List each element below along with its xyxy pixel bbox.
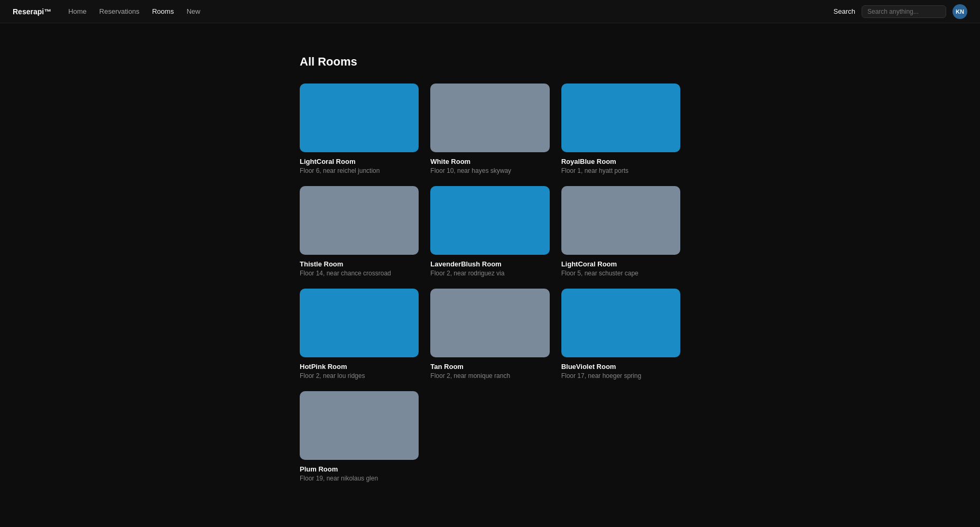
room-card[interactable]: HotPink RoomFloor 2, near lou ridges — [300, 289, 419, 380]
nav-link-new[interactable]: New — [187, 7, 200, 15]
brand-logo: Reserapi™ — [13, 7, 51, 16]
room-card-location: Floor 14, near chance crossroad — [300, 270, 419, 277]
nav-right: Search KN — [834, 4, 967, 19]
room-card-image — [300, 289, 419, 357]
room-card[interactable]: LavenderBlush RoomFloor 2, near rodrigue… — [430, 186, 549, 277]
room-card-image — [561, 84, 680, 152]
room-card-location: Floor 2, near lou ridges — [300, 372, 419, 380]
room-card-name: Tan Room — [430, 363, 549, 371]
room-card[interactable]: Thistle RoomFloor 14, near chance crossr… — [300, 186, 419, 277]
room-card-name: HotPink Room — [300, 363, 419, 371]
room-card[interactable]: LightCoral RoomFloor 6, near reichel jun… — [300, 84, 419, 174]
room-card[interactable]: Tan RoomFloor 2, near monique ranch — [430, 289, 549, 380]
room-card-image — [300, 84, 419, 152]
rooms-grid: LightCoral RoomFloor 6, near reichel jun… — [300, 84, 680, 482]
room-card-location: Floor 17, near hoeger spring — [561, 372, 680, 380]
room-card-image — [300, 391, 419, 460]
search-label: Search — [834, 7, 855, 15]
room-card[interactable]: RoyalBlue RoomFloor 1, near hyatt ports — [561, 84, 680, 174]
room-card-image — [300, 186, 419, 255]
room-card-image — [561, 289, 680, 357]
navbar: Reserapi™ Home Reservations Rooms New Se… — [0, 0, 980, 23]
room-card-name: RoyalBlue Room — [561, 158, 680, 165]
room-card-name: White Room — [430, 158, 549, 165]
room-card-image — [430, 289, 549, 357]
main-content: All Rooms LightCoral RoomFloor 6, near r… — [289, 23, 691, 503]
room-card[interactable]: LightCoral RoomFloor 5, near schuster ca… — [561, 186, 680, 277]
room-card-location: Floor 1, near hyatt ports — [561, 167, 680, 174]
page-title: All Rooms — [300, 55, 680, 69]
room-card-image — [561, 186, 680, 255]
room-card[interactable]: White RoomFloor 10, near hayes skyway — [430, 84, 549, 174]
nav-links: Home Reservations Rooms New — [68, 7, 834, 15]
room-card-name: LightCoral Room — [561, 260, 680, 268]
nav-link-rooms[interactable]: Rooms — [152, 7, 174, 15]
room-card-location: Floor 2, near rodriguez via — [430, 270, 549, 277]
room-card-name: LavenderBlush Room — [430, 260, 549, 268]
room-card-name: Thistle Room — [300, 260, 419, 268]
room-card-name: LightCoral Room — [300, 158, 419, 165]
avatar[interactable]: KN — [953, 4, 967, 19]
room-card-name: BlueViolet Room — [561, 363, 680, 371]
room-card-image — [430, 84, 549, 152]
room-card-location: Floor 10, near hayes skyway — [430, 167, 549, 174]
room-card-location: Floor 2, near monique ranch — [430, 372, 549, 380]
nav-link-home[interactable]: Home — [68, 7, 87, 15]
search-input[interactable] — [862, 5, 946, 18]
room-card[interactable]: Plum RoomFloor 19, near nikolaus glen — [300, 391, 419, 482]
room-card-location: Floor 19, near nikolaus glen — [300, 475, 419, 482]
room-card-location: Floor 6, near reichel junction — [300, 167, 419, 174]
nav-link-reservations[interactable]: Reservations — [99, 7, 140, 15]
room-card-location: Floor 5, near schuster cape — [561, 270, 680, 277]
room-card-image — [430, 186, 549, 255]
room-card-name: Plum Room — [300, 465, 419, 473]
room-card[interactable]: BlueViolet RoomFloor 17, near hoeger spr… — [561, 289, 680, 380]
